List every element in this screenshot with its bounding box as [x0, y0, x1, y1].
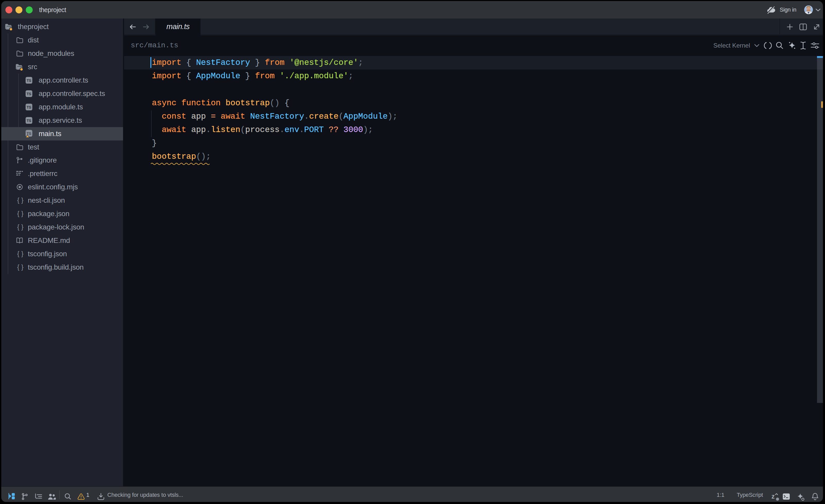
svg-text:{: { [17, 250, 19, 257]
svg-text:}: } [21, 264, 23, 271]
svg-text:TS: TS [27, 78, 31, 83]
svg-text:}: } [21, 197, 23, 204]
svg-text:z: z [771, 493, 775, 500]
svg-text:}: } [21, 250, 23, 257]
svg-text:{: { [17, 224, 19, 231]
svg-text:{: { [17, 264, 19, 271]
svg-text:{: { [17, 210, 19, 217]
svg-text:TS: TS [27, 92, 31, 96]
svg-text:}: } [21, 210, 23, 217]
svg-text:{: { [17, 197, 19, 204]
svg-text:}: } [21, 224, 23, 231]
svg-text:TS: TS [27, 118, 31, 122]
svg-text:TS: TS [27, 105, 31, 109]
